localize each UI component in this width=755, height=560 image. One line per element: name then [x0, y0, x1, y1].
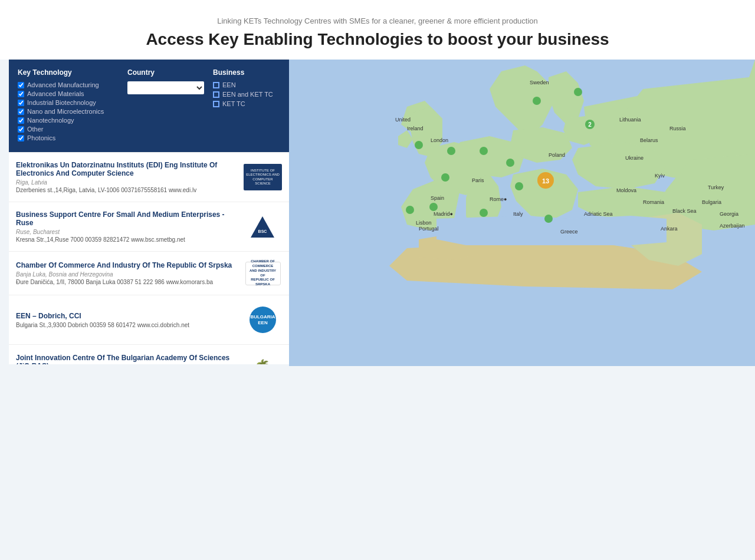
svg-point-17: [533, 97, 541, 105]
result-name: Chamber Of Commerce And Industry Of The …: [16, 261, 238, 269]
tech-item-industrial-biotech[interactable]: Industrial Biotechnology: [18, 99, 119, 106]
result-content: Elektronikas Un Datorzinatnu Instituts (…: [16, 161, 238, 193]
svg-text:Portugal: Portugal: [419, 226, 439, 232]
checkbox-advanced-materials[interactable]: [18, 91, 24, 97]
result-logo: BSC: [244, 213, 282, 240]
svg-text:Georgia: Georgia: [720, 211, 738, 217]
biz-item-ket[interactable]: KET TC: [213, 100, 280, 107]
svg-text:Sweden: Sweden: [530, 80, 549, 85]
result-name: EEN – Dobrich, CCI: [16, 312, 238, 320]
left-panel: Key Technology Advanced Manufacturing Ad…: [9, 60, 289, 364]
result-location: Banja Luka, Bosnia and Herzegovina: [16, 271, 238, 278]
result-item[interactable]: Joint Innovation Centre Of The Bulgarian…: [9, 345, 289, 364]
svg-text:Adriatic Sea: Adriatic Sea: [584, 211, 613, 217]
svg-text:Spain: Spain: [431, 195, 444, 201]
svg-point-15: [544, 215, 553, 223]
checkbox-photonics[interactable]: [18, 135, 24, 141]
svg-text:13: 13: [542, 177, 549, 185]
result-item[interactable]: Elektronikas Un Datorzinatnu Instituts (…: [9, 153, 289, 202]
results-list: Elektronikas Un Datorzinatnu Instituts (…: [9, 152, 289, 364]
result-name: Business Support Centre For Small And Me…: [16, 210, 238, 227]
result-logo: 🌴: [244, 353, 282, 364]
svg-text:Lisbon: Lisbon: [416, 220, 432, 226]
result-address: Bulgaria St.,3,9300 Dobrich 00359 58 601…: [16, 322, 238, 328]
result-location: Ruse, Bucharest: [16, 229, 238, 235]
svg-text:Madrid●: Madrid●: [434, 211, 453, 217]
svg-text:Belarus: Belarus: [640, 137, 658, 143]
business-label: Business: [213, 68, 280, 77]
checkbox-nanotechnology[interactable]: [18, 117, 24, 124]
result-address: Dzerbenies st.,14,Riga, Latvia, LV-1006 …: [16, 187, 238, 193]
business-filter: Business EEN EEN and KET TC KET TC: [213, 68, 280, 110]
svg-point-13: [406, 206, 414, 214]
svg-point-16: [574, 88, 582, 96]
result-address: Đure Daničića, 1/II, 78000 Banja Luka 00…: [16, 279, 238, 285]
svg-text:Russia: Russia: [669, 126, 686, 131]
svg-text:Romania: Romania: [643, 199, 664, 205]
tech-item-other[interactable]: Other: [18, 126, 119, 133]
svg-point-10: [515, 182, 523, 190]
biz-item-een-ket[interactable]: EEN and KET TC: [213, 91, 280, 98]
country-label: Country: [127, 68, 204, 77]
tech-item-nano-micro[interactable]: Nano and Microelectronics: [18, 108, 119, 115]
result-address: Kresna Str.,14,Ruse 7000 00359 82821472 …: [16, 236, 238, 243]
main-area: Key Technology Advanced Manufacturing Ad…: [0, 60, 755, 366]
result-content: EEN – Dobrich, CCI Bulgaria St.,3,9300 D…: [16, 312, 238, 328]
result-location: Riga, Latvia: [16, 179, 238, 186]
tech-item-advanced-manufacturing[interactable]: Advanced Manufacturing: [18, 81, 119, 88]
svg-marker-0: [251, 216, 274, 238]
svg-text:Ireland: Ireland: [407, 126, 424, 131]
svg-text:Ukraine: Ukraine: [625, 155, 644, 161]
svg-point-9: [506, 159, 514, 167]
svg-point-6: [447, 147, 455, 155]
svg-text:Greece: Greece: [560, 229, 578, 235]
result-content: Chamber Of Commerce And Industry Of The …: [16, 261, 238, 285]
svg-text:Rome●: Rome●: [490, 196, 507, 202]
svg-text:Lithuania: Lithuania: [619, 117, 641, 123]
tech-item-nanotechnology[interactable]: Nanotechnology: [18, 117, 119, 124]
key-technology-label: Key Technology: [18, 68, 119, 77]
result-logo: CHAMBER OF COMMERCEAND INDUSTRY OFREPUBL…: [244, 260, 282, 286]
tech-item-advanced-materials[interactable]: Advanced Materials: [18, 90, 119, 97]
result-content: Joint Innovation Centre Of The Bulgarian…: [16, 354, 238, 365]
country-filter: Country: [127, 68, 204, 94]
filter-bar: Key Technology Advanced Manufacturing Ad…: [9, 60, 289, 152]
svg-point-7: [480, 147, 488, 155]
country-select[interactable]: [127, 81, 204, 94]
svg-point-14: [429, 203, 438, 211]
result-item[interactable]: EEN – Dobrich, CCI Bulgaria St.,3,9300 D…: [9, 295, 289, 345]
result-name: Elektronikas Un Datorzinatnu Instituts (…: [16, 161, 238, 177]
result-item[interactable]: Business Support Centre For Small And Me…: [9, 202, 289, 252]
tech-item-photonics[interactable]: Photonics: [18, 134, 119, 141]
map-svg: 2 13: [289, 60, 755, 366]
checkbox-industrial-biotech[interactable]: [18, 100, 24, 106]
svg-text:Turkey: Turkey: [708, 185, 724, 190]
header-subtitle: Linking KETs Technology Centres with SME…: [12, 17, 743, 25]
key-technology-filter: Key Technology Advanced Manufacturing Ad…: [18, 68, 119, 143]
svg-text:Italy: Italy: [513, 211, 523, 217]
svg-text:Bulgaria: Bulgaria: [702, 199, 721, 205]
checkbox-other[interactable]: [18, 126, 24, 133]
svg-point-5: [415, 141, 423, 149]
result-name: Joint Innovation Centre Of The Bulgarian…: [16, 354, 238, 365]
svg-text:United: United: [395, 117, 411, 123]
svg-text:Azerbaijan: Azerbaijan: [720, 223, 745, 229]
map-area[interactable]: 2 13: [289, 60, 755, 366]
svg-text:London: London: [431, 137, 448, 143]
result-item[interactable]: Chamber Of Commerce And Industry Of The …: [9, 252, 289, 295]
header: Linking KETs Technology Centres with SME…: [0, 0, 755, 60]
checkbox-nano-micro[interactable]: [18, 108, 24, 115]
svg-text:Paris: Paris: [472, 177, 484, 183]
checkbox-advanced-manufacturing[interactable]: [18, 82, 24, 88]
biz-item-een[interactable]: EEN: [213, 81, 280, 88]
svg-point-18: [480, 209, 488, 217]
svg-text:Poland: Poland: [549, 152, 565, 158]
svg-text:Ankara: Ankara: [661, 226, 678, 232]
result-logo: INSTITUTE OFELECTRONICS ANDCOMPUTER SCIE…: [244, 164, 282, 190]
svg-text:Black Sea: Black Sea: [672, 208, 697, 214]
svg-text:Moldova: Moldova: [616, 187, 636, 193]
result-content: Business Support Centre For Small And Me…: [16, 210, 238, 243]
result-logo: BULGARIAEEN: [244, 304, 282, 336]
svg-text:2: 2: [588, 121, 592, 128]
technology-checkbox-list: Advanced Manufacturing Advanced Material…: [18, 81, 119, 141]
